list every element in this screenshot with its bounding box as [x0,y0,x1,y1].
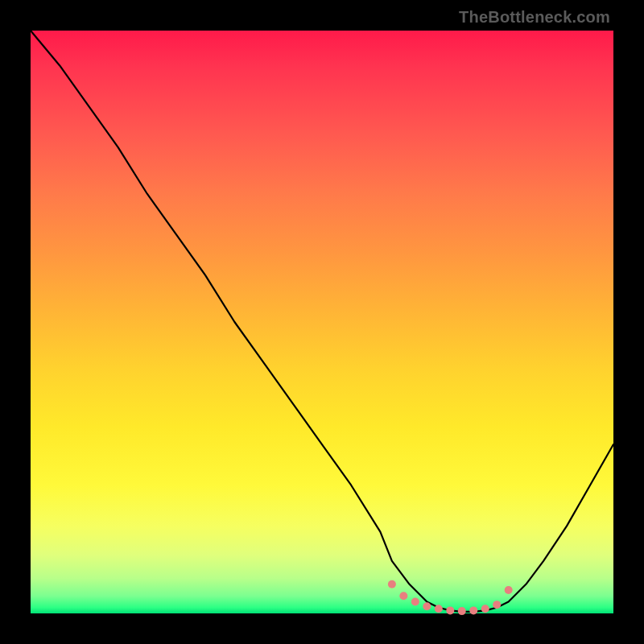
marker-group [388,580,513,615]
plot-area [31,31,613,613]
chart-frame: TheBottleneck.com [0,0,644,644]
marker-point [505,586,513,594]
marker-point [435,605,443,613]
marker-point [399,592,407,600]
marker-point [481,605,489,613]
marker-point [493,601,501,609]
watermark-text: TheBottleneck.com [459,8,610,27]
marker-point [411,598,419,606]
marker-point [458,607,466,615]
marker-point [423,602,431,610]
bottleneck-curve [31,31,613,612]
marker-point [469,606,477,614]
chart-svg [31,31,613,613]
marker-point [388,580,396,588]
marker-point [446,606,454,614]
